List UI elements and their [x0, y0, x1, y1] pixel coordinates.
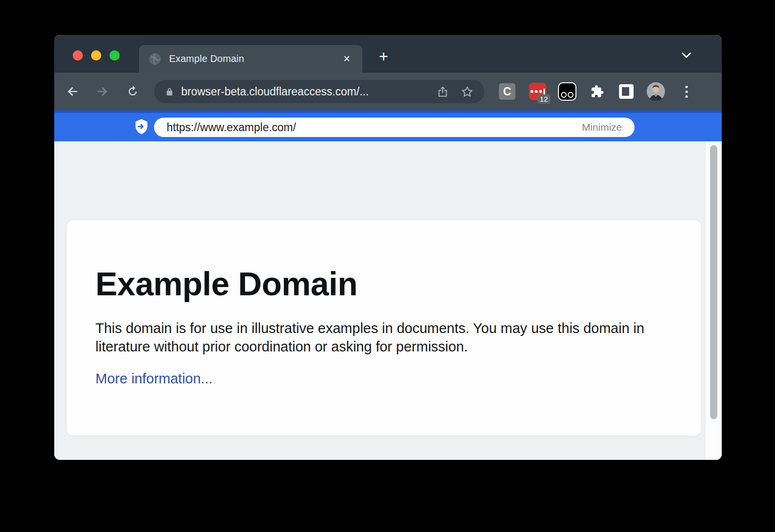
lock-icon [165, 86, 174, 97]
isolated-url-field[interactable]: https://www.example.com/ Minimize [154, 118, 635, 137]
more-information-link[interactable]: More information... [95, 371, 213, 387]
tab-title: Example Domain [169, 53, 244, 64]
isolation-bar: https://www.example.com/ Minimize [54, 110, 722, 141]
goggles-icon [558, 82, 576, 101]
isolation-shield-icon [134, 119, 149, 135]
browser-toolbar: browser-beta.cloudflareaccess.com/... C … [54, 73, 722, 110]
password-dots-icon: 12 [529, 83, 546, 100]
minimize-isolation-button[interactable]: Minimize [582, 122, 622, 133]
goggles-extension-icon[interactable] [558, 82, 576, 101]
address-url[interactable]: browser-beta.cloudflareaccess.com/... [181, 85, 431, 98]
zoom-window-button[interactable] [109, 50, 120, 61]
minimize-window-button[interactable] [91, 50, 101, 61]
scrollbar-thumb[interactable] [710, 145, 717, 419]
panel-glyph-icon [619, 84, 634, 99]
page-paragraph: This domain is for use in illustrative e… [95, 319, 652, 356]
active-tab[interactable]: Example Domain ✕ [139, 45, 362, 73]
address-bar[interactable]: browser-beta.cloudflareaccess.com/... [154, 80, 484, 103]
globe-favicon-icon [149, 53, 161, 65]
password-extension-icon[interactable]: 12 [528, 82, 547, 101]
c-extension-icon[interactable]: C [498, 82, 516, 101]
profile-avatar[interactable] [647, 82, 665, 101]
extensions-puzzle-icon[interactable] [588, 82, 606, 101]
page-heading: Example Domain [95, 265, 672, 303]
scrollbar-track[interactable] [706, 141, 722, 460]
isolated-url-text[interactable]: https://www.example.com/ [167, 121, 582, 134]
close-tab-icon[interactable]: ✕ [341, 52, 353, 65]
tab-strip: Example Domain ✕ + [54, 35, 722, 73]
browser-menu-kebab-icon[interactable] [677, 82, 696, 101]
avatar-image [647, 82, 665, 101]
tab-search-chevron-icon[interactable] [680, 50, 693, 61]
kebab-dots-icon [685, 86, 688, 98]
content-card: Example Domain This domain is for use in… [67, 220, 701, 436]
side-panel-icon[interactable] [617, 82, 636, 101]
bookmark-star-icon[interactable] [461, 85, 474, 98]
close-window-button[interactable] [73, 50, 83, 61]
browser-window: Example Domain ✕ + browser-beta.cloudfla… [54, 35, 722, 460]
forward-icon[interactable] [95, 85, 109, 98]
share-icon[interactable] [436, 85, 449, 98]
back-icon[interactable] [66, 85, 79, 98]
traffic-lights [73, 50, 120, 61]
reload-icon[interactable] [126, 85, 140, 98]
c-extension-label: C [499, 83, 515, 100]
new-tab-button[interactable]: + [375, 48, 392, 66]
extension-badge: 12 [537, 94, 550, 104]
page-viewport: Example Domain This domain is for use in… [54, 141, 722, 460]
puzzle-icon [590, 85, 604, 98]
